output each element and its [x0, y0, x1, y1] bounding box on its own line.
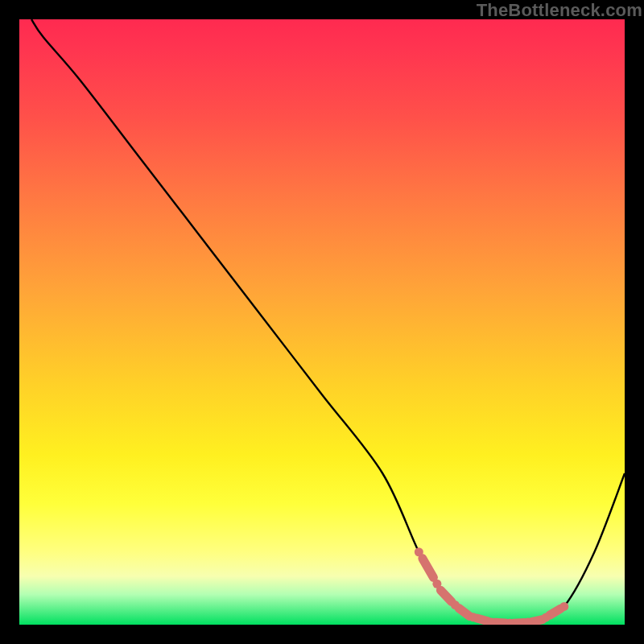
svg-line-3	[477, 618, 489, 621]
highlight-dots	[415, 547, 568, 625]
chart-stage: TheBottleneck.com	[0, 0, 644, 644]
bottleneck-curve	[31, 19, 625, 624]
plot-area	[19, 19, 625, 625]
svg-point-16	[559, 602, 568, 611]
attribution-text: TheBottleneck.com	[477, 0, 642, 21]
svg-point-9	[432, 580, 441, 588]
highlight-segments	[423, 559, 560, 624]
svg-line-0	[423, 559, 434, 578]
svg-point-11	[469, 613, 478, 621]
svg-line-4	[495, 622, 506, 623]
svg-line-6	[531, 620, 543, 622]
svg-line-7	[550, 609, 561, 615]
svg-line-5	[514, 622, 525, 623]
svg-point-15	[542, 613, 551, 621]
svg-line-2	[459, 609, 470, 617]
svg-point-8	[415, 547, 423, 556]
svg-line-1	[440, 590, 452, 601]
curve-layer	[19, 19, 625, 625]
svg-point-10	[451, 601, 460, 609]
